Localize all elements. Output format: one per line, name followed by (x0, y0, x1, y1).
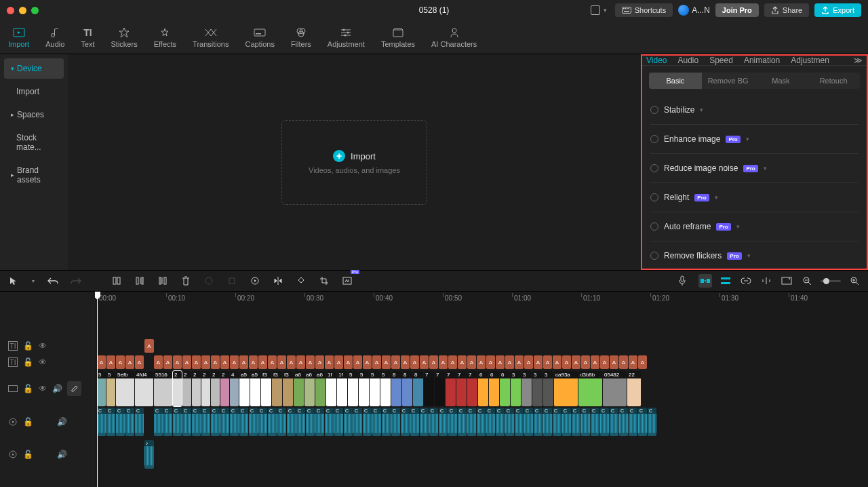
inspector-tab-video[interactable]: Video (646, 56, 667, 65)
audio-clip[interactable]: C (591, 408, 599, 436)
audio-clip[interactable]: C (135, 408, 144, 436)
audio-clip[interactable]: C (458, 408, 467, 436)
audio-clip[interactable]: C (448, 408, 457, 436)
lock-icon[interactable]: 🔓 (23, 417, 33, 427)
audio-clip[interactable]: C (239, 408, 248, 436)
video-clip[interactable]: d3b8b (578, 371, 602, 406)
video-clip[interactable]: a5 (250, 371, 260, 406)
eye-icon[interactable]: 👁 (38, 341, 47, 351)
zoom-out-button[interactable] (800, 274, 814, 288)
video-clip[interactable]: 8 (402, 371, 412, 406)
audio-clip[interactable]: C (344, 408, 353, 436)
playhead[interactable] (97, 292, 98, 487)
minimize-window-button[interactable] (19, 7, 26, 14)
video-clip[interactable]: 7 (456, 371, 467, 406)
text-clip[interactable]: A (239, 355, 248, 369)
split-right-tool[interactable] (156, 274, 170, 288)
audio-clip[interactable]: C (363, 408, 372, 436)
audio-clip[interactable]: C (353, 408, 362, 436)
audio-clip[interactable]: C (182, 408, 191, 436)
text-clip[interactable]: A (486, 355, 495, 369)
text-clip[interactable]: A (211, 355, 220, 369)
crop-tool[interactable] (317, 274, 331, 288)
text-clip[interactable]: A (619, 355, 628, 369)
text-clip[interactable]: A (458, 355, 467, 369)
eye-icon[interactable]: 👁 (38, 357, 47, 367)
track-audio-1[interactable]: CCCCCCCCCCCCCCCCCCCCCCCCCCCCCCCCCCCCCCCC… (95, 407, 868, 437)
audio-clip[interactable]: C (315, 408, 324, 436)
user-chip[interactable]: A...N (678, 5, 710, 16)
inspector-tab-adjustment[interactable]: Adjustmen (791, 56, 829, 65)
zoom-slider[interactable] (821, 280, 841, 282)
lock-icon[interactable]: 🔓 (23, 341, 33, 351)
inspector-tab-animation[interactable]: Animation (744, 56, 780, 65)
audio-clip[interactable]: C (220, 408, 229, 436)
text-clip[interactable]: A (448, 355, 457, 369)
audio-clip[interactable]: C (277, 408, 286, 436)
text-clip[interactable]: A (629, 355, 637, 369)
text-clip[interactable]: A (543, 355, 552, 369)
subtab-basic[interactable]: Basic (649, 73, 702, 89)
link-button[interactable] (739, 274, 753, 288)
text-clip[interactable]: A (163, 355, 172, 369)
video-clip[interactable]: 5 (97, 371, 106, 406)
audio-clip[interactable]: C (306, 408, 315, 436)
audio-clip[interactable]: C (629, 408, 637, 436)
video-clip[interactable]: 6 (500, 371, 510, 406)
text-clip[interactable]: A (258, 355, 267, 369)
audio-clip[interactable]: C (648, 408, 656, 436)
text-clip[interactable]: A (220, 355, 229, 369)
audio-clip[interactable]: C (97, 408, 106, 436)
audio-clip[interactable]: C (515, 408, 524, 436)
track-audio-2[interactable]: ♪ (95, 440, 868, 469)
tab-effects[interactable]: Effects (146, 20, 184, 54)
text-clip[interactable]: A (144, 339, 154, 353)
audio-clip[interactable]: C (562, 408, 571, 436)
video-clip[interactable]: 3 (543, 371, 553, 406)
zoom-in-button[interactable] (848, 274, 861, 288)
video-clip[interactable]: 4 (230, 371, 239, 406)
video-clip[interactable]: 22 (627, 371, 641, 406)
video-clip[interactable]: 6 (478, 371, 488, 406)
text-clip[interactable]: A (429, 355, 438, 369)
video-clip[interactable]: 1f (326, 371, 336, 406)
preview-render-button[interactable] (780, 274, 793, 288)
reverse-tool[interactable] (248, 274, 262, 288)
preview-axis-button[interactable] (760, 274, 773, 288)
time-ruler[interactable]: 00:00 00:10 00:20 00:30 00:40 00:50 01:0… (95, 292, 868, 305)
tab-transitions[interactable]: Transitions (184, 20, 237, 54)
option-enhance[interactable]: Enhance image Pro ▾ (650, 125, 859, 154)
video-clip[interactable]: 5 (380, 371, 391, 406)
audio-clip[interactable]: C (211, 408, 220, 436)
audio-clip[interactable]: C (372, 408, 381, 436)
tab-stickers[interactable]: Stickers (103, 20, 146, 54)
video-clip[interactable]: 5516 (154, 371, 172, 406)
video-clip[interactable]: 5 (348, 371, 358, 406)
option-relight[interactable]: Relight Pro ▾ (650, 183, 859, 212)
text-clip[interactable]: A (201, 355, 210, 369)
text-clip[interactable]: A (97, 355, 106, 369)
audio-clip[interactable]: C (154, 408, 163, 436)
text-clip[interactable]: A (505, 355, 514, 369)
text-clip[interactable]: A (562, 355, 571, 369)
text-clip[interactable]: A (353, 355, 362, 369)
rotate-tool[interactable] (294, 274, 308, 288)
text-clip[interactable]: A (553, 355, 561, 369)
text-clip[interactable]: A (600, 355, 609, 369)
close-window-button[interactable] (7, 7, 14, 14)
text-clip[interactable]: A (277, 355, 286, 369)
text-clip[interactable]: A (334, 355, 343, 369)
mute-icon[interactable]: 🔊 (57, 417, 66, 427)
subtab-removebg[interactable]: Remove BG (702, 73, 755, 89)
audio-clip[interactable]: C (610, 408, 618, 436)
tab-captions[interactable]: Captions (237, 20, 282, 54)
audio-clip[interactable]: C (382, 408, 391, 436)
undo-button[interactable] (46, 274, 60, 288)
audio-clip[interactable]: C (477, 408, 486, 436)
track-header-audio2[interactable]: 🔓 🔊 (0, 440, 95, 469)
track-header-video[interactable]: 🔓 👁 🔊 (0, 370, 95, 407)
tab-audio[interactable]: Audio (37, 20, 73, 54)
audio-clip[interactable]: ♪ (144, 440, 154, 469)
tab-ai-characters[interactable]: AI Characters (423, 20, 485, 54)
tab-adjustment[interactable]: Adjustment (319, 20, 373, 54)
